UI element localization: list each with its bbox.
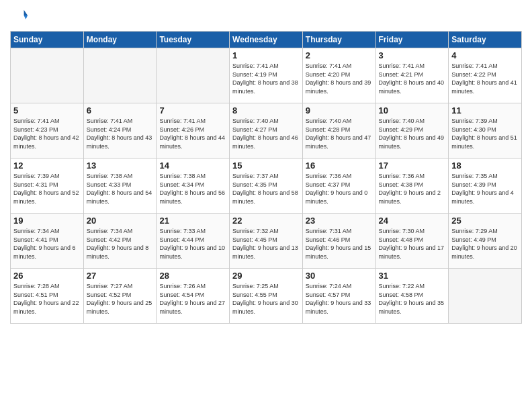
day-number: 1 bbox=[232, 50, 300, 60]
day-info: Sunrise: 7:36 AM Sunset: 4:37 PM Dayligh… bbox=[306, 172, 373, 205]
day-info: Sunrise: 7:30 AM Sunset: 4:48 PM Dayligh… bbox=[379, 227, 446, 261]
calendar-cell: 7Sunrise: 7:41 AM Sunset: 4:26 PM Daylig… bbox=[157, 103, 230, 158]
day-number: 2 bbox=[306, 50, 373, 60]
calendar-cell bbox=[157, 48, 230, 103]
day-info: Sunrise: 7:31 AM Sunset: 4:46 PM Dayligh… bbox=[306, 227, 373, 261]
calendar-week-row: 26Sunrise: 7:28 AM Sunset: 4:51 PM Dayli… bbox=[11, 269, 522, 324]
calendar-cell bbox=[449, 269, 522, 324]
day-number: 6 bbox=[87, 105, 154, 116]
calendar-cell: 15Sunrise: 7:37 AM Sunset: 4:35 PM Dayli… bbox=[230, 158, 303, 214]
weekday-header: Saturday bbox=[449, 32, 522, 48]
calendar-cell: 20Sunrise: 7:34 AM Sunset: 4:42 PM Dayli… bbox=[83, 214, 157, 269]
calendar-cell: 16Sunrise: 7:36 AM Sunset: 4:37 PM Dayli… bbox=[302, 158, 375, 214]
calendar-cell: 9Sunrise: 7:40 AM Sunset: 4:28 PM Daylig… bbox=[302, 103, 375, 158]
weekday-header: Thursday bbox=[302, 32, 375, 48]
calendar-cell: 27Sunrise: 7:27 AM Sunset: 4:52 PM Dayli… bbox=[83, 269, 157, 324]
day-number: 10 bbox=[379, 105, 446, 116]
day-info: Sunrise: 7:36 AM Sunset: 4:38 PM Dayligh… bbox=[379, 172, 446, 205]
calendar-cell: 30Sunrise: 7:24 AM Sunset: 4:57 PM Dayli… bbox=[302, 269, 375, 324]
logo bbox=[10, 7, 32, 26]
day-number: 4 bbox=[451, 50, 519, 60]
day-info: Sunrise: 7:39 AM Sunset: 4:31 PM Dayligh… bbox=[13, 172, 81, 205]
calendar-cell: 13Sunrise: 7:38 AM Sunset: 4:33 PM Dayli… bbox=[83, 158, 157, 214]
calendar-cell: 24Sunrise: 7:30 AM Sunset: 4:48 PM Dayli… bbox=[375, 214, 449, 269]
day-info: Sunrise: 7:29 AM Sunset: 4:49 PM Dayligh… bbox=[451, 227, 519, 261]
day-number: 31 bbox=[379, 271, 446, 281]
day-number: 19 bbox=[13, 216, 81, 226]
day-number: 21 bbox=[159, 216, 226, 226]
day-number: 9 bbox=[306, 105, 373, 116]
day-info: Sunrise: 7:22 AM Sunset: 4:58 PM Dayligh… bbox=[379, 282, 446, 316]
calendar-cell: 11Sunrise: 7:39 AM Sunset: 4:30 PM Dayli… bbox=[449, 103, 522, 158]
calendar-cell: 31Sunrise: 7:22 AM Sunset: 4:58 PM Dayli… bbox=[375, 269, 449, 324]
day-info: Sunrise: 7:33 AM Sunset: 4:44 PM Dayligh… bbox=[159, 227, 226, 261]
day-number: 26 bbox=[13, 271, 81, 281]
day-info: Sunrise: 7:34 AM Sunset: 4:42 PM Dayligh… bbox=[87, 227, 154, 261]
day-info: Sunrise: 7:41 AM Sunset: 4:21 PM Dayligh… bbox=[379, 62, 446, 95]
calendar-cell: 26Sunrise: 7:28 AM Sunset: 4:51 PM Dayli… bbox=[11, 269, 84, 324]
calendar-cell: 5Sunrise: 7:41 AM Sunset: 4:23 PM Daylig… bbox=[11, 103, 84, 158]
day-info: Sunrise: 7:41 AM Sunset: 4:24 PM Dayligh… bbox=[87, 117, 154, 150]
day-info: Sunrise: 7:27 AM Sunset: 4:52 PM Dayligh… bbox=[87, 282, 154, 316]
calendar: SundayMondayTuesdayWednesdayThursdayFrid… bbox=[10, 31, 522, 324]
calendar-week-row: 12Sunrise: 7:39 AM Sunset: 4:31 PM Dayli… bbox=[11, 158, 522, 214]
day-info: Sunrise: 7:41 AM Sunset: 4:26 PM Dayligh… bbox=[159, 117, 226, 150]
weekday-header: Tuesday bbox=[157, 32, 230, 48]
day-number: 15 bbox=[232, 161, 300, 171]
day-info: Sunrise: 7:40 AM Sunset: 4:28 PM Dayligh… bbox=[306, 117, 373, 150]
calendar-cell: 17Sunrise: 7:36 AM Sunset: 4:38 PM Dayli… bbox=[375, 158, 449, 214]
day-number: 20 bbox=[87, 216, 154, 226]
calendar-cell: 18Sunrise: 7:35 AM Sunset: 4:39 PM Dayli… bbox=[449, 158, 522, 214]
day-info: Sunrise: 7:41 AM Sunset: 4:20 PM Dayligh… bbox=[306, 62, 373, 95]
day-number: 18 bbox=[451, 161, 519, 171]
calendar-week-row: 19Sunrise: 7:34 AM Sunset: 4:41 PM Dayli… bbox=[11, 214, 522, 269]
calendar-cell: 8Sunrise: 7:40 AM Sunset: 4:27 PM Daylig… bbox=[230, 103, 303, 158]
calendar-cell: 19Sunrise: 7:34 AM Sunset: 4:41 PM Dayli… bbox=[11, 214, 84, 269]
calendar-cell: 1Sunrise: 7:41 AM Sunset: 4:19 PM Daylig… bbox=[230, 48, 303, 103]
day-info: Sunrise: 7:40 AM Sunset: 4:29 PM Dayligh… bbox=[379, 117, 446, 150]
day-info: Sunrise: 7:40 AM Sunset: 4:27 PM Dayligh… bbox=[232, 117, 300, 150]
day-number: 11 bbox=[451, 105, 519, 116]
day-number: 3 bbox=[379, 50, 446, 60]
calendar-week-row: 5Sunrise: 7:41 AM Sunset: 4:23 PM Daylig… bbox=[11, 103, 522, 158]
day-info: Sunrise: 7:39 AM Sunset: 4:30 PM Dayligh… bbox=[451, 117, 519, 150]
day-number: 27 bbox=[87, 271, 154, 281]
day-info: Sunrise: 7:35 AM Sunset: 4:39 PM Dayligh… bbox=[451, 172, 519, 205]
day-number: 22 bbox=[232, 216, 300, 226]
day-number: 13 bbox=[87, 161, 154, 171]
weekday-header: Monday bbox=[83, 32, 157, 48]
day-info: Sunrise: 7:38 AM Sunset: 4:33 PM Dayligh… bbox=[87, 172, 154, 205]
calendar-week-row: 1Sunrise: 7:41 AM Sunset: 4:19 PM Daylig… bbox=[11, 48, 522, 103]
day-number: 30 bbox=[306, 271, 373, 281]
day-info: Sunrise: 7:41 AM Sunset: 4:19 PM Dayligh… bbox=[232, 62, 300, 95]
page: SundayMondayTuesdayWednesdayThursdayFrid… bbox=[0, 0, 532, 411]
calendar-cell: 14Sunrise: 7:38 AM Sunset: 4:34 PM Dayli… bbox=[157, 158, 230, 214]
calendar-cell bbox=[83, 48, 157, 103]
svg-marker-0 bbox=[24, 10, 28, 15]
header bbox=[10, 7, 522, 26]
day-info: Sunrise: 7:37 AM Sunset: 4:35 PM Dayligh… bbox=[232, 172, 300, 205]
day-info: Sunrise: 7:24 AM Sunset: 4:57 PM Dayligh… bbox=[306, 282, 373, 316]
weekday-header-row: SundayMondayTuesdayWednesdayThursdayFrid… bbox=[11, 32, 522, 48]
calendar-cell: 21Sunrise: 7:33 AM Sunset: 4:44 PM Dayli… bbox=[157, 214, 230, 269]
day-number: 17 bbox=[379, 161, 446, 171]
calendar-cell: 6Sunrise: 7:41 AM Sunset: 4:24 PM Daylig… bbox=[83, 103, 157, 158]
day-number: 8 bbox=[232, 105, 300, 116]
day-info: Sunrise: 7:41 AM Sunset: 4:23 PM Dayligh… bbox=[13, 117, 81, 150]
day-info: Sunrise: 7:28 AM Sunset: 4:51 PM Dayligh… bbox=[13, 282, 81, 316]
weekday-header: Wednesday bbox=[230, 32, 303, 48]
day-number: 16 bbox=[306, 161, 373, 171]
day-info: Sunrise: 7:26 AM Sunset: 4:54 PM Dayligh… bbox=[159, 282, 226, 316]
svg-marker-1 bbox=[24, 15, 28, 19]
calendar-cell: 22Sunrise: 7:32 AM Sunset: 4:45 PM Dayli… bbox=[230, 214, 303, 269]
calendar-cell: 23Sunrise: 7:31 AM Sunset: 4:46 PM Dayli… bbox=[302, 214, 375, 269]
calendar-cell: 3Sunrise: 7:41 AM Sunset: 4:21 PM Daylig… bbox=[375, 48, 449, 103]
day-number: 25 bbox=[451, 216, 519, 226]
calendar-cell: 2Sunrise: 7:41 AM Sunset: 4:20 PM Daylig… bbox=[302, 48, 375, 103]
calendar-cell: 29Sunrise: 7:25 AM Sunset: 4:55 PM Dayli… bbox=[230, 269, 303, 324]
calendar-cell: 4Sunrise: 7:41 AM Sunset: 4:22 PM Daylig… bbox=[449, 48, 522, 103]
calendar-cell: 12Sunrise: 7:39 AM Sunset: 4:31 PM Dayli… bbox=[11, 158, 84, 214]
day-number: 5 bbox=[13, 105, 81, 116]
day-number: 29 bbox=[232, 271, 300, 281]
calendar-cell: 28Sunrise: 7:26 AM Sunset: 4:54 PM Dayli… bbox=[157, 269, 230, 324]
